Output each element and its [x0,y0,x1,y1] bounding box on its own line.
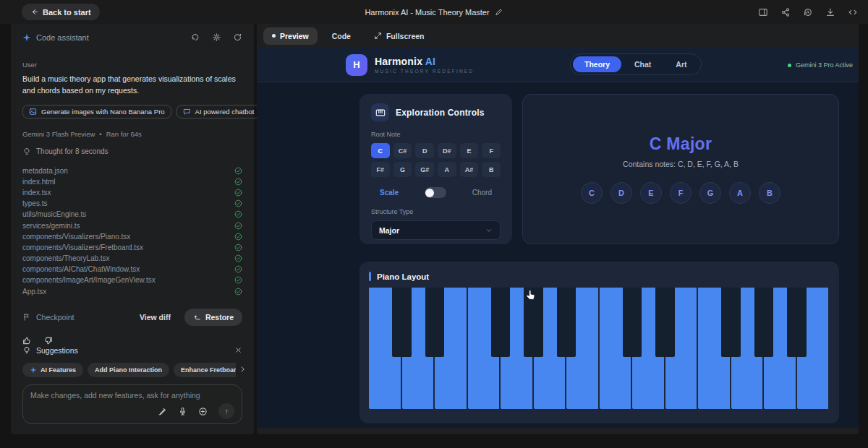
piano-black-key[interactable] [623,288,642,357]
piano-black-key[interactable] [655,288,674,357]
root-note-button-c[interactable]: C [371,143,390,158]
scale-note-circle-c[interactable]: C [581,182,603,204]
file-row[interactable]: services/gemini.ts [22,220,242,231]
piano-black-key[interactable] [524,288,542,357]
edit-title-icon[interactable] [495,8,503,16]
checkpoint-label: Checkpoint [36,313,75,322]
status-label: Gemini 3 Pro Active [796,61,853,69]
checkpoint-row: Checkpoint View diff Restore [22,309,242,326]
suggestions-scroll-next-button[interactable] [236,362,247,377]
thumbs-up-icon[interactable] [22,336,32,345]
restore-button[interactable]: Restore [184,309,242,326]
file-row[interactable]: App.tsx [22,286,242,297]
feature-chip-nano-banana[interactable]: Generate images with Nano Banana Pro [22,105,171,119]
scale-chord-switch[interactable] [425,187,446,198]
structure-type-select[interactable]: Major [371,220,501,240]
piano-black-key[interactable] [787,288,806,357]
file-row[interactable]: metadata.json [22,165,242,176]
file-row[interactable]: types.ts [22,198,242,209]
document-title-text: Harmonix AI - Music Theory Master [365,8,489,17]
root-note-button-f#[interactable]: F# [371,162,390,177]
brand-accent: AI [425,56,435,67]
piano-black-key[interactable] [754,288,773,357]
suggestions-bulb-icon [22,346,31,355]
send-button[interactable] [218,403,234,419]
app-brand: Harmonix AI MUSIC THEORY REDEFINED [375,56,474,74]
feature-chip-chatbot[interactable]: AI powered chatbot [176,105,261,119]
piano-black-key[interactable] [392,288,411,357]
code-brackets-icon[interactable] [848,7,858,17]
download-icon[interactable] [825,7,835,17]
fullscreen-button[interactable]: Fullscreen [365,27,433,45]
undo-icon[interactable] [191,33,200,42]
app-tab-theory[interactable]: Theory [573,56,621,72]
file-row[interactable]: components/AIChat/ChatWindow.tsx [22,264,242,275]
root-note-button-e[interactable]: E [460,143,479,158]
thumbs-down-icon[interactable] [43,336,53,345]
close-icon [234,346,242,354]
suggestion-chip[interactable]: AI Features [22,363,83,377]
tab-preview[interactable]: Preview [263,27,318,45]
back-to-start-button[interactable]: Back to start [22,4,100,20]
suggestion-chip[interactable]: Enhance Fretboard Visuals [174,363,242,377]
scale-note-circle-b[interactable]: B [759,182,780,204]
check-circle-icon [234,288,242,296]
edit-prompt-icon[interactable] [158,407,167,416]
share-icon[interactable] [780,7,791,17]
restore-label: Restore [205,313,234,322]
view-diff-button[interactable]: View diff [140,313,171,322]
gear-icon[interactable] [212,33,221,42]
chevron-right-icon [239,365,247,373]
root-note-button-c#[interactable]: C# [393,143,412,158]
suggestion-chip-label: Enhance Fretboard Visuals [181,366,242,374]
root-note-button-g#[interactable]: G# [415,162,434,177]
root-note-button-d[interactable]: D [415,143,434,158]
thought-summary[interactable]: Thought for 8 seconds [22,147,242,156]
scale-note-circle-a[interactable]: A [729,182,751,204]
scale-title: C Major [650,134,712,154]
root-note-button-g[interactable]: G [393,162,412,177]
generated-file-list: metadata.jsonindex.htmlindex.tsxtypes.ts… [22,165,242,297]
scale-note-circle-g[interactable]: G [699,182,721,204]
app-tab-chat[interactable]: Chat [623,56,663,72]
suggestion-chip[interactable]: Add Piano Interaction [88,363,169,377]
check-circle-icon [234,244,242,251]
run-metadata: Gemini 3 Flash Preview • Ran for 64s [22,130,242,138]
active-tab-dot [272,34,276,38]
composer-input[interactable] [30,391,234,404]
root-note-button-f[interactable]: F [482,143,501,158]
scale-note-circle-e[interactable]: E [640,182,662,204]
file-row[interactable]: index.html [22,176,242,187]
app-tab-art[interactable]: Art [664,56,698,72]
scale-note-circle-f[interactable]: F [670,182,692,204]
refresh-icon[interactable] [233,33,242,42]
feedback-row [22,336,242,345]
image-icon [29,108,37,116]
file-row[interactable]: index.tsx [22,187,242,198]
root-note-button-b[interactable]: B [482,162,501,177]
file-row[interactable]: components/TheoryLab.tsx [22,253,242,264]
file-row[interactable]: components/ImageArt/ImageGenView.tsx [22,275,242,285]
history-icon[interactable] [803,7,813,17]
root-note-button-a#[interactable]: A# [460,162,479,177]
close-suggestions-button[interactable] [234,345,242,356]
microphone-icon[interactable] [178,407,187,416]
file-row[interactable]: components/Visualizers/Fretboard.tsx [22,242,242,253]
suggestion-chips: AI FeaturesAdd Piano InteractionEnhance … [22,363,242,377]
root-note-button-d#[interactable]: D# [438,143,456,158]
tab-code[interactable]: Code [323,27,359,45]
side-panel-icon[interactable] [758,7,768,17]
file-row[interactable]: utils/musicEngine.ts [22,209,242,220]
add-attachment-icon[interactable] [198,407,208,416]
piano-black-key[interactable] [557,288,576,357]
back-arrow-icon [30,8,38,16]
scale-note-circle-d[interactable]: D [610,182,632,204]
scale-result-card: C Major Contains notes: C, D, E, F, G, A… [522,94,839,244]
root-note-button-a[interactable]: A [438,162,456,177]
piano-black-key[interactable] [721,288,740,357]
piano-glyph-icon [371,103,389,121]
lightbulb-icon [22,147,31,156]
piano-black-key[interactable] [425,288,444,357]
piano-black-key[interactable] [491,288,510,357]
file-row[interactable]: components/Visualizers/Piano.tsx [22,231,242,242]
